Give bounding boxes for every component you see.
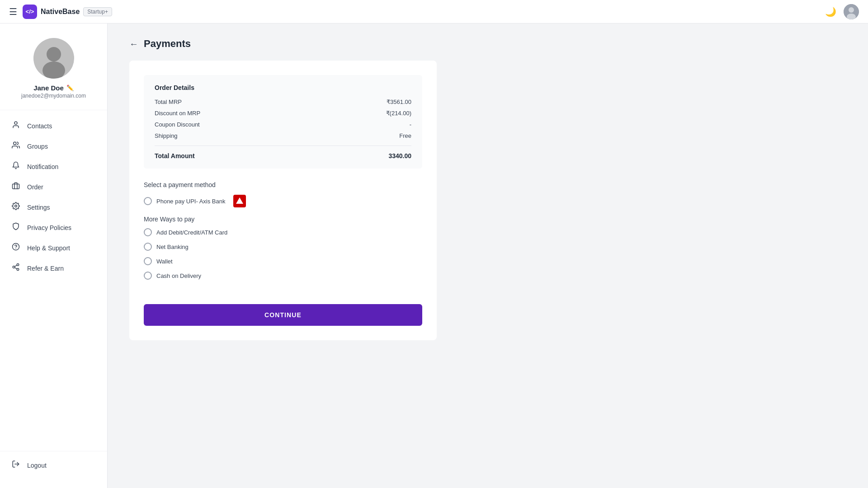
plan-badge: Startup+ — [83, 7, 112, 16]
order-row-coupon: Coupon Discount - — [155, 121, 411, 128]
sidebar-item-settings[interactable]: Settings — [0, 197, 107, 217]
sidebar-item-groups[interactable]: Groups — [0, 136, 107, 156]
sidebar-item-logout[interactable]: Logout — [0, 455, 107, 475]
svg-line-15 — [14, 267, 17, 269]
sidebar-nav: Contacts Groups Notification Order — [0, 110, 107, 451]
notification-icon — [11, 161, 21, 172]
upi-option[interactable]: Phone pay UPI- Axis Bank — [144, 195, 422, 207]
payment-card: Order Details Total MRP ₹3561.00 Discoun… — [129, 61, 437, 340]
svg-point-1 — [849, 7, 854, 13]
sidebar-item-order[interactable]: Order — [0, 177, 107, 197]
help-icon — [11, 243, 21, 253]
user-avatar-top[interactable] — [844, 4, 859, 19]
continue-button[interactable]: CONTINUE — [144, 304, 422, 326]
order-details-box: Order Details Total MRP ₹3561.00 Discoun… — [144, 75, 422, 169]
notification-label: Notification — [27, 163, 58, 170]
netbanking-label: Net Banking — [156, 244, 189, 250]
page-header: ← Payments — [129, 38, 846, 50]
card-label: Add Debit/Credit/ATM Card — [156, 229, 227, 236]
order-total-value: 3340.00 — [388, 152, 411, 160]
settings-label: Settings — [27, 204, 50, 211]
navbar-left: ☰ </> NativeBase Startup+ — [9, 5, 112, 19]
wallet-label: Wallet — [156, 258, 173, 265]
card-radio[interactable] — [144, 228, 152, 236]
order-label-discount: Discount on MRP — [155, 110, 200, 117]
edit-name-icon[interactable]: ✏️ — [66, 84, 74, 91]
navbar-right: 🌙 — [825, 4, 859, 19]
layout: Jane Doe ✏️ janedoe2@mydomain.com Contac… — [0, 23, 868, 488]
help-label: Help & Support — [27, 244, 70, 252]
svg-line-16 — [14, 265, 17, 267]
sidebar-profile: Jane Doe ✏️ janedoe2@mydomain.com — [0, 23, 107, 110]
svg-rect-8 — [13, 184, 19, 189]
svg-point-6 — [14, 122, 17, 124]
sidebar-item-refer[interactable]: Refer & Earn — [0, 258, 107, 278]
groups-icon — [11, 141, 21, 151]
refer-icon — [11, 263, 21, 273]
main-content: ← Payments Order Details Total MRP ₹3561… — [108, 23, 868, 488]
order-row-mrp: Total MRP ₹3561.00 — [155, 99, 411, 105]
logo: </> NativeBase Startup+ — [23, 5, 112, 19]
sidebar-item-privacy[interactable]: Privacy Policies — [0, 217, 107, 238]
groups-label: Groups — [27, 143, 48, 150]
upi-label: Phone pay UPI- Axis Bank — [156, 198, 225, 205]
payment-section-label: Select a payment method — [144, 181, 422, 188]
page-title: Payments — [144, 38, 191, 50]
order-label: Order — [27, 183, 43, 191]
theme-toggle-icon[interactable]: 🌙 — [825, 6, 836, 17]
privacy-icon — [11, 222, 21, 233]
netbanking-radio[interactable] — [144, 243, 152, 251]
order-row-shipping: Shipping Free — [155, 132, 411, 139]
sidebar-bottom: Logout — [0, 451, 107, 479]
logout-label: Logout — [27, 462, 47, 469]
order-value-coupon: - — [410, 121, 411, 128]
user-name: Jane Doe ✏️ — [33, 84, 74, 92]
wallet-option[interactable]: Wallet — [144, 257, 422, 265]
svg-point-9 — [15, 205, 17, 207]
user-email: janedoe2@mydomain.com — [21, 93, 86, 99]
card-option[interactable]: Add Debit/Credit/ATM Card — [144, 228, 422, 236]
upi-radio[interactable] — [144, 197, 152, 205]
order-total-label: Total Amount — [155, 152, 195, 160]
user-avatar-large — [33, 38, 74, 79]
sidebar-item-contacts[interactable]: Contacts — [0, 116, 107, 136]
cod-option[interactable]: Cash on Delivery — [144, 272, 422, 280]
contacts-icon — [11, 121, 21, 131]
logo-text: NativeBase — [41, 8, 80, 16]
more-ways-label: More Ways to pay — [144, 216, 422, 223]
wallet-radio[interactable] — [144, 257, 152, 265]
sidebar: Jane Doe ✏️ janedoe2@mydomain.com Contac… — [0, 23, 108, 488]
sidebar-item-notification[interactable]: Notification — [0, 156, 107, 177]
logout-icon — [11, 460, 21, 470]
order-label-mrp: Total MRP — [155, 99, 182, 105]
order-label-coupon: Coupon Discount — [155, 121, 200, 128]
order-details-title: Order Details — [155, 84, 411, 91]
hamburger-menu[interactable]: ☰ — [9, 6, 17, 17]
logo-short: </> — [26, 8, 34, 15]
logo-icon: </> — [23, 5, 37, 19]
netbanking-option[interactable]: Net Banking — [144, 243, 422, 251]
svg-point-4 — [47, 47, 61, 61]
upi-logo — [233, 195, 246, 207]
order-value-shipping: Free — [399, 132, 411, 139]
navbar: ☰ </> NativeBase Startup+ 🌙 — [0, 0, 868, 23]
back-button[interactable]: ← — [129, 39, 138, 49]
order-value-discount: ₹(214.00) — [386, 110, 411, 117]
order-total-row: Total Amount 3340.00 — [155, 145, 411, 160]
contacts-label: Contacts — [27, 122, 52, 130]
order-row-discount: Discount on MRP ₹(214.00) — [155, 110, 411, 117]
cod-label: Cash on Delivery — [156, 272, 201, 279]
svg-point-7 — [14, 142, 16, 145]
order-label-shipping: Shipping — [155, 132, 178, 139]
settings-icon — [11, 202, 21, 212]
sidebar-item-help[interactable]: Help & Support — [0, 238, 107, 258]
cod-radio[interactable] — [144, 272, 152, 280]
refer-label: Refer & Earn — [27, 265, 64, 272]
order-value-mrp: ₹3561.00 — [387, 99, 411, 105]
order-icon — [11, 182, 21, 192]
privacy-label: Privacy Policies — [27, 224, 71, 231]
